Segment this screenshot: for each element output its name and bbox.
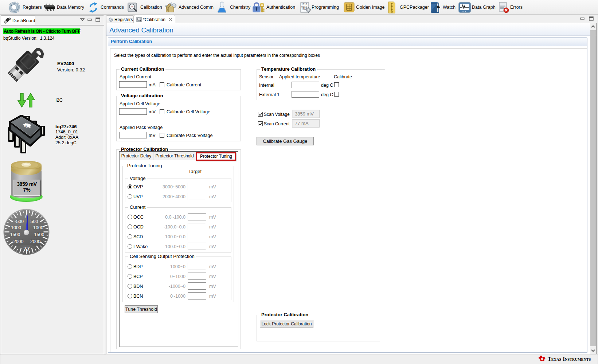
svg-text:-1500: -1500 <box>9 232 20 237</box>
svg-text:ti: ti <box>541 357 543 361</box>
svg-text:-1000: -1000 <box>9 225 21 230</box>
svg-text:1500: 1500 <box>34 232 44 237</box>
svg-text:-2000: -2000 <box>12 239 24 244</box>
svg-text:1010: 1010 <box>301 3 307 6</box>
svg-text:1000: 1000 <box>33 225 43 230</box>
svg-text:77: 77 <box>23 246 30 252</box>
svg-text:0110: 0110 <box>301 6 307 8</box>
svg-text:-500: -500 <box>15 219 24 224</box>
svg-text:500: 500 <box>31 219 38 224</box>
svg-text:2000: 2000 <box>30 239 40 244</box>
